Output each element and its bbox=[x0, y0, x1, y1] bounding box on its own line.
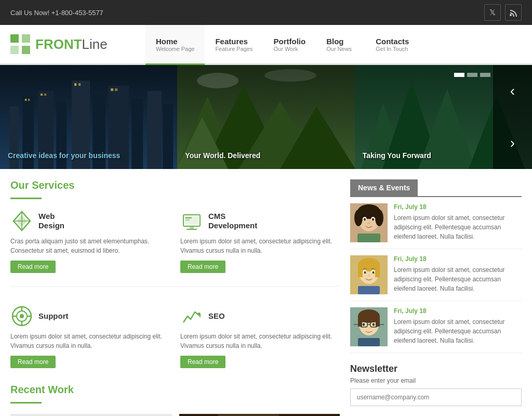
svg-point-27 bbox=[264, 69, 316, 82]
slider-next-button[interactable]: › bbox=[493, 117, 532, 169]
service-support-desc: Lorem ipsum dolor sit amet, consectetur … bbox=[10, 332, 170, 350]
svg-rect-18 bbox=[111, 88, 113, 91]
main-content: Our Services Web bbox=[0, 169, 532, 416]
svg-point-80 bbox=[354, 210, 363, 226]
svg-point-86 bbox=[367, 222, 370, 224]
web-design-icon bbox=[10, 210, 33, 232]
svg-rect-2 bbox=[9, 107, 19, 169]
service-web-design-desc: Cras porta aliquam justo sit amet elemen… bbox=[10, 237, 170, 255]
svg-point-110 bbox=[373, 323, 375, 326]
service-cms-desc: Lorem ipsum dolor sit amet, consectetur … bbox=[180, 237, 340, 255]
news-item-3: Fri, July 18 Lorem ipsum dolor sit amet,… bbox=[350, 301, 522, 353]
header: FRONTLine Home Welcome Page Features Fea… bbox=[0, 25, 532, 65]
support-read-more-button[interactable]: Read more bbox=[10, 356, 56, 368]
svg-rect-16 bbox=[74, 83, 76, 86]
service-web-design-title: Web Design bbox=[38, 212, 64, 230]
news-item-2: Fri, July 18 Lorem ipsum dolor sit amet,… bbox=[350, 249, 522, 301]
hero-slider: Creative ideas for your business bbox=[0, 65, 532, 169]
svg-rect-91 bbox=[358, 265, 363, 277]
web-design-read-more-button[interactable]: Read more bbox=[10, 261, 56, 273]
svg-point-84 bbox=[364, 218, 366, 221]
news-date-1: Fri, July 18 bbox=[394, 203, 522, 211]
news-date-3: Fri, July 18 bbox=[394, 307, 522, 315]
slider-prev-button[interactable]: ‹ bbox=[493, 65, 532, 117]
svg-rect-98 bbox=[358, 286, 380, 294]
nav-item-portfolio[interactable]: Portfolio Our Work bbox=[263, 25, 316, 65]
logo[interactable]: FRONTLine bbox=[0, 25, 145, 63]
right-column: News & Events bbox=[350, 179, 522, 416]
social-icons: 𝕏 bbox=[484, 4, 522, 21]
services-grid: Web Design Cras porta aliquam justo sit … bbox=[10, 210, 340, 368]
svg-rect-92 bbox=[375, 265, 380, 277]
svg-rect-10 bbox=[147, 91, 162, 169]
service-seo: SEO Lorem ipsum dolor sit amet, consecte… bbox=[180, 305, 340, 368]
rss-icon[interactable] bbox=[505, 4, 522, 21]
slider-dot-3[interactable] bbox=[480, 73, 490, 77]
svg-point-49 bbox=[20, 314, 24, 318]
news-item-3-content: Fri, July 18 Lorem ipsum dolor sit amet,… bbox=[394, 307, 522, 346]
news-item-1: Fri, July 18 Lorem ipsum dolor sit amet,… bbox=[350, 197, 522, 249]
recent-work-underline bbox=[10, 402, 42, 404]
news-date-2: Fri, July 18 bbox=[394, 255, 522, 263]
cms-read-more-button[interactable]: Read more bbox=[180, 261, 225, 273]
news-text-2: Lorem ipsum dolor sit amet, consectetur … bbox=[394, 265, 522, 293]
services-divider bbox=[10, 286, 340, 287]
news-text-3: Lorem ipsum dolor sit amet, consectetur … bbox=[394, 317, 522, 345]
twitter-icon[interactable]: 𝕏 bbox=[484, 4, 501, 21]
slider-dots bbox=[454, 73, 490, 77]
svg-rect-39 bbox=[190, 226, 194, 229]
service-web-design: Web Design Cras porta aliquam justo sit … bbox=[10, 210, 170, 273]
hero-caption-1: Creative ideas for your business bbox=[8, 151, 120, 160]
svg-point-26 bbox=[197, 73, 238, 88]
services-underline bbox=[10, 198, 42, 199]
nav-item-features[interactable]: Features Feature Pages bbox=[205, 25, 263, 65]
services-title: Our Services bbox=[10, 179, 340, 191]
svg-rect-11 bbox=[163, 104, 173, 169]
service-seo-header: SEO bbox=[180, 305, 340, 328]
topbar: Call Us Now! +1-800-453-5577 𝕏 bbox=[0, 0, 532, 25]
nav-item-home[interactable]: Home Welcome Page bbox=[145, 25, 205, 65]
svg-rect-112 bbox=[358, 338, 380, 346]
svg-rect-51 bbox=[10, 414, 171, 416]
news-avatar-2 bbox=[350, 255, 388, 294]
logo-text: FRONTLine bbox=[35, 36, 108, 53]
nav-item-blog[interactable]: Blog Our News bbox=[316, 25, 365, 65]
recent-work-title: Recent Work bbox=[10, 384, 340, 396]
svg-point-81 bbox=[375, 210, 383, 226]
svg-rect-102 bbox=[358, 316, 362, 327]
work-grid bbox=[10, 414, 340, 416]
svg-point-95 bbox=[364, 271, 366, 274]
service-support-title: Support bbox=[38, 311, 69, 321]
svg-rect-40 bbox=[187, 229, 197, 230]
service-support: Support Lorem ipsum dolor sit amet, cons… bbox=[10, 305, 170, 368]
newsletter-label: Please enter your email bbox=[350, 377, 522, 384]
news-avatar-3 bbox=[350, 307, 388, 346]
hero-caption-2: Your World. Delivered bbox=[185, 151, 260, 160]
work-thumb-1[interactable] bbox=[10, 414, 171, 416]
hero-slide-1: Creative ideas for your business bbox=[0, 65, 177, 169]
cms-icon bbox=[180, 210, 203, 232]
slider-dot-2[interactable] bbox=[467, 73, 477, 77]
service-cms: CMS Development Lorem ipsum dolor sit am… bbox=[180, 210, 340, 273]
svg-rect-15 bbox=[44, 94, 46, 96]
svg-rect-14 bbox=[41, 94, 43, 96]
slider-dot-1[interactable] bbox=[454, 73, 464, 77]
news-avatar-1 bbox=[350, 203, 388, 242]
service-cms-header: CMS Development bbox=[180, 210, 340, 232]
newsletter-email-input[interactable] bbox=[350, 388, 522, 406]
seo-read-more-button[interactable]: Read more bbox=[180, 356, 225, 368]
svg-rect-87 bbox=[357, 233, 380, 242]
svg-rect-9 bbox=[131, 99, 143, 169]
svg-rect-42 bbox=[185, 219, 190, 220]
svg-rect-41 bbox=[185, 217, 192, 218]
service-seo-title: SEO bbox=[208, 311, 225, 321]
logo-icon bbox=[10, 34, 30, 54]
news-list: Fri, July 18 Lorem ipsum dolor sit amet,… bbox=[350, 196, 522, 353]
work-thumb-2[interactable] bbox=[179, 414, 340, 416]
svg-point-109 bbox=[363, 323, 365, 326]
svg-rect-13 bbox=[28, 99, 30, 101]
hero-caption-3: Taking You Forward bbox=[363, 151, 431, 160]
service-support-header: Support bbox=[10, 305, 170, 328]
nav-item-contacts[interactable]: Contacts Get In Touch bbox=[365, 25, 419, 65]
news-item-1-content: Fri, July 18 Lorem ipsum dolor sit amet,… bbox=[394, 203, 522, 242]
